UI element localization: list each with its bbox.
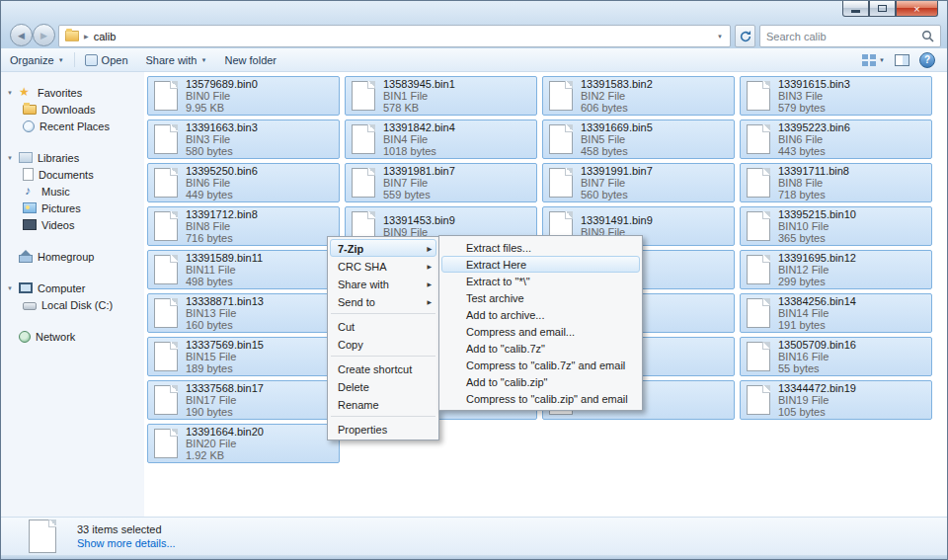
show-more-details-link[interactable]: Show more details... bbox=[77, 536, 176, 550]
menu-item-label: Copy bbox=[338, 339, 363, 351]
file-tile[interactable]: 13391711.bin8 BIN8 File 718 bytes bbox=[740, 163, 932, 202]
file-type: BIN20 File bbox=[186, 438, 264, 449]
file-tile[interactable]: 13391583.bin2 BIN2 File 606 bytes bbox=[542, 76, 735, 116]
file-tile[interactable]: 13395223.bin6 BIN6 File 443 bytes bbox=[740, 120, 932, 159]
sidebar-item-downloads[interactable]: Downloads bbox=[1, 101, 144, 118]
sidebar-item-pictures[interactable]: Pictures bbox=[1, 200, 144, 216]
file-tile[interactable]: 13391615.bin3 BIN3 File 579 bytes bbox=[740, 76, 932, 116]
computer-monitor-icon bbox=[19, 282, 33, 293]
submenu-item-add-to-7z[interactable]: Add to "calib.7z" bbox=[441, 340, 640, 357]
menu-item-create-shortcut[interactable]: Create shortcut bbox=[330, 360, 436, 377]
sidebar-label: Computer bbox=[38, 282, 85, 294]
file-tile[interactable]: 13391842.bin4 BIN4 File 1018 bytes bbox=[345, 120, 537, 159]
file-tile[interactable]: 13579689.bin0 BIN0 File 9.95 KB bbox=[147, 76, 340, 116]
menu-separator bbox=[331, 356, 435, 357]
expand-twisty-icon[interactable]: ▼ bbox=[7, 285, 19, 291]
minimize-button[interactable] bbox=[842, 1, 869, 17]
file-tile[interactable]: 13391664.bin20 BIN20 File 1.92 KB bbox=[147, 424, 340, 463]
file-tile-text: 13391712.bin8 BIN8 File 716 bytes bbox=[186, 208, 258, 244]
sidebar-item-computer[interactable]: ▼ Computer bbox=[1, 280, 144, 296]
file-tile[interactable]: 13391669.bin5 BIN5 File 458 bytes bbox=[542, 120, 735, 159]
menu-item-cut[interactable]: Cut bbox=[330, 317, 436, 335]
sidebar-item-local-disk[interactable]: Local Disk (C:) bbox=[1, 296, 144, 313]
submenu-item-extract-files[interactable]: Extract files... bbox=[441, 239, 640, 256]
file-tile[interactable]: 13391589.bin11 BIN11 File 498 bytes bbox=[147, 250, 340, 289]
menu-item-7zip[interactable]: 7-Zip ▶ bbox=[330, 239, 436, 257]
file-size: 105 bytes bbox=[778, 406, 856, 418]
file-tile[interactable]: 13395215.bin10 BIN10 File 365 bytes bbox=[740, 206, 932, 246]
submenu-item-compress-zip-email[interactable]: Compress to "calib.zip" and email bbox=[441, 390, 640, 407]
address-dropdown-icon[interactable]: ▼ bbox=[717, 34, 723, 40]
documents-icon bbox=[23, 168, 34, 181]
file-page-icon bbox=[154, 429, 178, 458]
menu-item-send-to[interactable]: Send to ▶ bbox=[330, 292, 436, 310]
sidebar-item-recent-places[interactable]: Recent Places bbox=[1, 118, 144, 134]
breadcrumb-folder[interactable]: calib bbox=[94, 31, 117, 42]
file-tile[interactable]: 13384256.bin14 BIN14 File 191 bytes bbox=[740, 293, 932, 333]
forward-button[interactable]: ▶ bbox=[33, 24, 55, 46]
close-icon: × bbox=[913, 3, 919, 15]
menu-item-copy[interactable]: Copy bbox=[330, 335, 436, 353]
menu-item-rename[interactable]: Rename bbox=[330, 395, 436, 413]
close-button[interactable]: × bbox=[896, 1, 938, 17]
forward-arrow-icon: ▶ bbox=[40, 31, 47, 40]
file-tile[interactable]: 13391663.bin3 BIN3 File 580 bytes bbox=[147, 120, 340, 159]
file-tile[interactable]: 13338871.bin13 BIN13 File 160 bytes bbox=[147, 293, 340, 333]
maximize-button[interactable] bbox=[869, 1, 896, 17]
sidebar-item-documents[interactable]: Documents bbox=[1, 166, 144, 183]
file-tile[interactable]: 13391991.bin7 BIN7 File 560 bytes bbox=[542, 163, 735, 202]
menu-item-share-with[interactable]: Share with ▶ bbox=[330, 275, 436, 292]
sidebar-item-libraries[interactable]: ▼ Libraries bbox=[1, 149, 144, 166]
file-page-icon bbox=[747, 211, 770, 241]
menu-item-properties[interactable]: Properties bbox=[330, 420, 436, 438]
menu-item-delete[interactable]: Delete bbox=[330, 377, 436, 395]
submenu-item-add-to-archive[interactable]: Add to archive... bbox=[441, 306, 640, 323]
file-tile[interactable]: 13337569.bin15 BIN15 File 189 bytes bbox=[147, 337, 340, 376]
sidebar-item-favorites[interactable]: ▼ Favorites bbox=[1, 84, 144, 101]
sidebar-item-music[interactable]: Music bbox=[1, 183, 144, 200]
file-size: 559 bytes bbox=[383, 189, 455, 200]
file-size: 718 bytes bbox=[778, 189, 849, 200]
menu-item-label: Share with bbox=[338, 279, 389, 290]
file-tile[interactable]: 13395250.bin6 BIN6 File 449 bytes bbox=[147, 163, 340, 202]
sidebar-label: Homegroup bbox=[38, 251, 94, 263]
file-size: 443 bytes bbox=[778, 145, 850, 157]
submenu-item-add-to-zip[interactable]: Add to "calib.zip" bbox=[441, 373, 640, 390]
refresh-button[interactable] bbox=[735, 25, 755, 47]
music-note-icon bbox=[23, 185, 37, 198]
share-with-button[interactable]: Share with ▼ bbox=[137, 48, 216, 71]
organize-button[interactable]: Organize ▼ bbox=[1, 48, 73, 71]
file-tile[interactable]: 13337568.bin17 BIN17 File 190 bytes bbox=[147, 380, 340, 420]
file-name: 13391842.bin4 bbox=[383, 121, 455, 133]
file-name: 13505709.bin16 bbox=[778, 339, 856, 351]
file-type: BIN8 File bbox=[778, 177, 849, 189]
submenu-item-extract-to[interactable]: Extract to "*\" bbox=[441, 273, 640, 289]
sidebar-item-videos[interactable]: Videos bbox=[1, 216, 144, 233]
file-tile[interactable]: 13391981.bin7 BIN7 File 559 bytes bbox=[345, 163, 537, 202]
file-tile[interactable]: 13583945.bin1 BIN1 File 578 KB bbox=[345, 76, 537, 116]
menu-item-crc-sha[interactable]: CRC SHA ▶ bbox=[330, 257, 436, 275]
file-type: BIN10 File bbox=[778, 220, 856, 232]
file-tile[interactable]: 13391695.bin12 BIN12 File 299 bytes bbox=[740, 250, 932, 289]
refresh-icon bbox=[739, 30, 752, 43]
expand-twisty-icon[interactable]: ▼ bbox=[7, 155, 19, 161]
sidebar-item-network[interactable]: Network bbox=[1, 328, 144, 345]
file-tile[interactable]: 13505709.bin16 BIN16 File 55 bytes bbox=[740, 337, 932, 376]
new-folder-button[interactable]: New folder bbox=[215, 48, 285, 71]
submenu-item-test-archive[interactable]: Test archive bbox=[441, 289, 640, 306]
address-bar[interactable]: ▶ calib ▼ bbox=[58, 25, 731, 47]
back-button[interactable]: ◀ bbox=[10, 24, 33, 46]
expand-twisty-icon[interactable]: ▼ bbox=[7, 90, 19, 96]
file-tile[interactable]: 13344472.bin19 BIN19 File 105 bytes bbox=[740, 380, 932, 420]
change-view-button[interactable]: ▼ bbox=[862, 54, 885, 66]
search-input[interactable] bbox=[766, 31, 921, 42]
help-button[interactable]: ? bbox=[919, 52, 935, 68]
preview-pane-button[interactable] bbox=[895, 54, 909, 66]
submenu-item-extract-here[interactable]: Extract Here bbox=[441, 256, 640, 273]
sidebar-item-homegroup[interactable]: Homegroup bbox=[1, 248, 144, 265]
file-page-icon bbox=[154, 211, 178, 241]
submenu-item-compress-7z-email[interactable]: Compress to "calib.7z" and email bbox=[441, 357, 640, 373]
file-tile[interactable]: 13391712.bin8 BIN8 File 716 bytes bbox=[147, 206, 340, 246]
open-button[interactable]: Open bbox=[76, 48, 137, 71]
submenu-item-compress-and-email[interactable]: Compress and email... bbox=[441, 323, 640, 340]
